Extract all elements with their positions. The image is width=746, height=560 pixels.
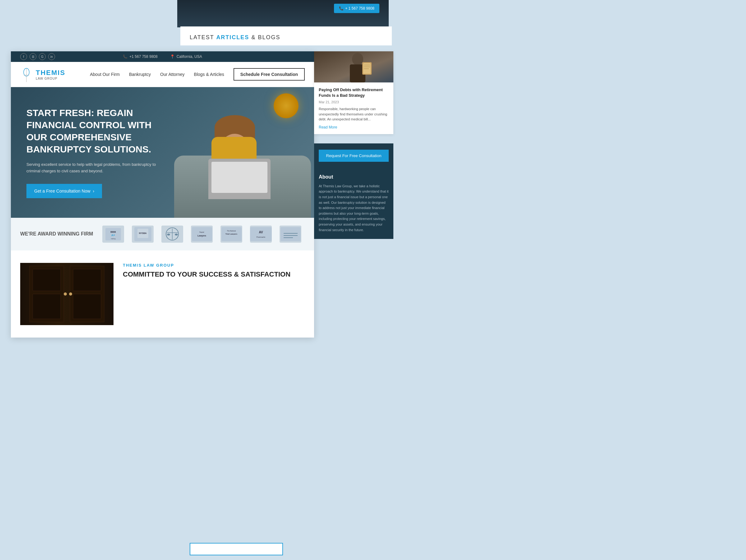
bg-top-input[interactable] — [190, 543, 283, 555]
hero-visual — [159, 87, 314, 218]
top-bar: f ☰ G in 📞 +1 567 758 9808 📍 California,… — [11, 51, 314, 62]
bg-top-image: 📞 + 1 567 758 9808 — [177, 0, 389, 27]
svg-rect-34 — [33, 269, 61, 291]
svg-text:Lawyers: Lawyers — [198, 234, 206, 237]
location-contact: 📍 California, USA — [170, 54, 202, 59]
svg-text:NYSBA: NYSBA — [139, 232, 147, 234]
logo-name: THEMIS — [36, 69, 65, 77]
laptop-screen — [211, 162, 267, 193]
right-sidebar: Paying Off Debts with Retirement Funds I… — [314, 51, 393, 239]
awards-bar: WE'RE AWARD WINNING FIRM BBB A+ rating N… — [11, 218, 314, 250]
read-more-link[interactable]: Read More — [319, 125, 389, 130]
award-trial-lawyers: The National Trial Lawyers — [221, 226, 242, 243]
awards-logos: BBB A+ rating NYSBA — [102, 226, 305, 243]
google-icon[interactable]: G — [39, 53, 46, 60]
svg-rect-18 — [192, 227, 212, 241]
hero-content: START FRESH: REGAIN FINANCIAL CONTROL WI… — [11, 107, 182, 198]
phone-number: +1 567 758 9808 — [130, 54, 157, 59]
about-section: THEMIS LAW GROUP COMMITTED TO YOUR SUCCE… — [11, 250, 314, 338]
bg-phone-text: + 1 567 758 9808 — [345, 6, 374, 10]
about-panel-title: About — [319, 174, 389, 180]
articles-title: LATEST ARTICLES & BLOGS — [190, 34, 382, 41]
svg-point-38 — [64, 292, 67, 296]
blogs-text: & BLOGS — [251, 34, 280, 40]
instagram-icon[interactable]: ☰ — [30, 53, 36, 60]
nav-attorney[interactable]: Our Attorney — [160, 72, 185, 77]
svg-text:A+: A+ — [111, 234, 115, 237]
article-title: Paying Off Debts with Retirement Funds I… — [319, 87, 389, 98]
hero-cta-arrow: › — [93, 189, 94, 194]
nav-bankruptcy[interactable]: Bankruptcy — [129, 72, 151, 77]
about-panel: About At Themis Law Group, we take a hol… — [314, 168, 393, 239]
lamp-decoration — [274, 93, 298, 118]
linkedin-icon[interactable]: in — [48, 53, 55, 60]
facebook-icon[interactable]: f — [20, 53, 27, 60]
about-title: COMMITTED TO YOUR SUCCESS & SATISFACTION — [123, 270, 305, 279]
schedule-consultation-button[interactable]: Schedule Free Consultation — [233, 68, 305, 81]
nav-about[interactable]: About Our Firm — [90, 72, 120, 77]
award-other — [280, 226, 301, 243]
svg-rect-35 — [33, 294, 61, 319]
svg-point-16 — [167, 234, 170, 235]
phone-icon: 📞 — [123, 54, 127, 59]
latest-text: LATEST — [190, 34, 214, 40]
logo-icon — [20, 66, 33, 82]
spacer — [314, 134, 393, 143]
svg-rect-24 — [250, 227, 272, 241]
bg-phone-button[interactable]: 📞 + 1 567 758 9808 — [334, 4, 379, 13]
svg-text:BBB: BBB — [111, 230, 116, 233]
nav-blogs[interactable]: Blogs & Articles — [194, 72, 224, 77]
laptop-shape — [208, 159, 270, 199]
svg-text:AV: AV — [259, 230, 263, 234]
svg-point-17 — [175, 234, 178, 235]
article-card-body: Paying Off Debts with Retirement Funds I… — [314, 82, 393, 134]
about-image — [20, 263, 114, 325]
main-site: f ☰ G in 📞 +1 567 758 9808 📍 California,… — [11, 51, 314, 338]
location-icon: 📍 — [170, 54, 175, 59]
svg-rect-36 — [73, 269, 101, 291]
hero-section: START FRESH: REGAIN FINANCIAL CONTROL WI… — [11, 87, 314, 218]
award-nysba: NYSBA — [132, 226, 153, 243]
logo: THEMIS LAW GROUP — [20, 66, 65, 82]
hero-title: START FRESH: REGAIN FINANCIAL CONTROL WI… — [26, 107, 166, 155]
about-subtitle: THEMIS LAW GROUP — [123, 263, 305, 268]
award-av: AV Postmartin — [250, 226, 272, 243]
nav-bar: THEMIS LAW GROUP About Our Firm Bankrupt… — [11, 62, 314, 87]
svg-text:The National: The National — [227, 230, 236, 232]
award-super-lawyers: Super Lawyers — [191, 226, 213, 243]
svg-point-39 — [69, 292, 72, 296]
phone-contact: 📞 +1 567 758 9808 — [123, 54, 157, 59]
nav-links: About Our Firm Bankruptcy Our Attorney B… — [90, 68, 305, 81]
request-consultation-button[interactable]: Request For Free Consultation — [319, 150, 389, 162]
svg-rect-44 — [363, 63, 371, 74]
article-date: Mar 21, 2023 — [319, 100, 389, 104]
svg-text:Postmartin: Postmartin — [257, 236, 265, 238]
hero-cta-label: Get a Free Consultation Now — [34, 189, 90, 194]
award-justice — [162, 226, 183, 243]
awards-title: WE'RE AWARD WINNING FIRM — [20, 230, 93, 237]
article-card-image — [314, 51, 393, 82]
consultation-panel: Request For Free Consultation — [314, 143, 393, 168]
svg-rect-37 — [73, 294, 101, 319]
contact-info: 📞 +1 567 758 9808 📍 California, USA — [123, 54, 202, 59]
award-bbb: BBB A+ rating — [102, 226, 124, 243]
hero-subtitle: Serving excellent service to help with l… — [26, 162, 166, 174]
phone-icon: 📞 — [339, 6, 344, 10]
article-card: Paying Off Debts with Retirement Funds I… — [314, 51, 393, 134]
bg-articles-section: LATEST ARTICLES & BLOGS — [180, 26, 392, 46]
svg-rect-27 — [281, 227, 301, 241]
svg-point-41 — [352, 53, 363, 65]
logo-text-group: THEMIS LAW GROUP — [36, 69, 65, 80]
hero-cta-button[interactable]: Get a Free Consultation Now › — [26, 184, 102, 198]
location-text: California, USA — [177, 54, 202, 59]
svg-text:Super: Super — [199, 231, 204, 233]
svg-text:Trial Lawyers: Trial Lawyers — [225, 233, 237, 235]
svg-text:rating: rating — [111, 238, 116, 240]
articles-highlight: ARTICLES — [216, 34, 249, 40]
article-text: Responsible, hardworking people can unex… — [319, 106, 389, 122]
about-content: THEMIS LAW GROUP COMMITTED TO YOUR SUCCE… — [123, 263, 305, 279]
logo-sub: LAW GROUP — [36, 77, 65, 80]
about-panel-text: At Themis Law Group, we take a holistic … — [319, 184, 389, 233]
